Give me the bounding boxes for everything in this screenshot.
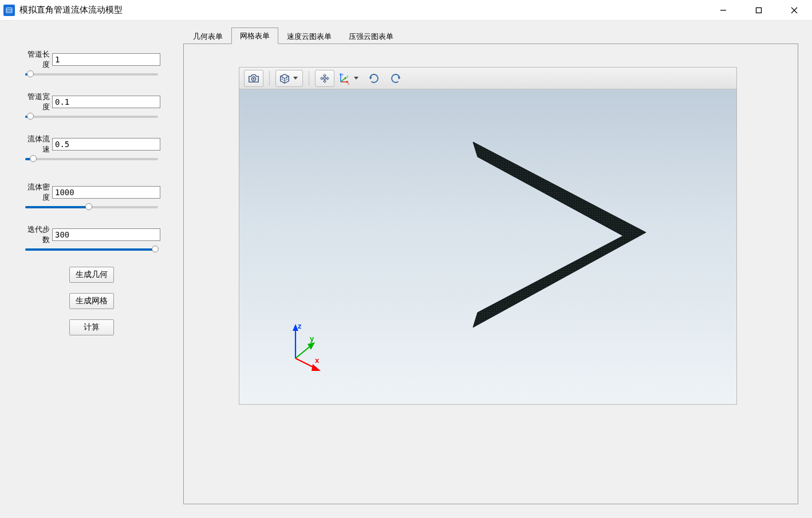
rotate-cw-icon xyxy=(367,72,381,85)
param-input-length[interactable] xyxy=(52,53,160,66)
maximize-button[interactable] xyxy=(741,0,776,21)
axis-x-label: x xyxy=(315,356,320,365)
titlebar: 模拟直角管道流体流动模型 xyxy=(0,0,812,21)
tab-pressure[interactable]: 压强云图表单 xyxy=(340,28,402,44)
param-slider-length[interactable] xyxy=(25,73,160,76)
svg-text:y: y xyxy=(346,74,349,78)
window-title: 模拟直角管道流体流动模型 xyxy=(19,5,123,15)
view-cube-button[interactable] xyxy=(275,70,303,87)
svg-rect-0 xyxy=(6,7,12,12)
axis-menu-button[interactable]: z x y xyxy=(337,70,362,87)
axis-z-label: z xyxy=(298,322,302,330)
close-button[interactable] xyxy=(776,0,812,21)
move-icon xyxy=(319,73,330,84)
generate-geometry-button[interactable]: 生成几何 xyxy=(69,267,114,283)
tab-geometry[interactable]: 几何表单 xyxy=(184,28,231,44)
chevron-down-icon xyxy=(293,77,298,80)
viewport-3d[interactable]: z x y xyxy=(239,67,737,405)
param-label-width: 管道宽度 xyxy=(23,92,52,112)
camera-icon xyxy=(247,73,260,84)
rotate-ccw-button[interactable] xyxy=(386,70,405,87)
svg-marker-26 xyxy=(308,342,315,350)
compute-button[interactable]: 计算 xyxy=(69,319,114,335)
viewport-toolbar: z x y xyxy=(239,68,736,89)
param-input-velocity[interactable] xyxy=(52,138,160,151)
svg-rect-4 xyxy=(756,7,762,13)
param-slider-density[interactable] xyxy=(25,206,160,208)
param-label-iterations: 迭代步数 xyxy=(23,224,52,245)
cube-icon xyxy=(278,72,291,85)
param-input-density[interactable] xyxy=(52,186,160,199)
param-slider-velocity[interactable] xyxy=(25,158,160,160)
svg-point-8 xyxy=(253,78,255,80)
tab-row: 几何表单 网格表单 速度云图表单 压强云图表单 xyxy=(183,27,798,44)
param-slider-width[interactable] xyxy=(25,116,160,118)
tab-mesh[interactable]: 网格表单 xyxy=(231,27,278,44)
param-label-density: 流体密度 xyxy=(23,182,52,203)
param-input-iterations[interactable] xyxy=(52,228,160,241)
axis-y-label: y xyxy=(310,334,314,343)
tab-panel: z x y xyxy=(183,44,798,504)
screenshot-button[interactable] xyxy=(244,70,263,87)
rotate-ccw-icon xyxy=(389,72,403,85)
param-input-width[interactable] xyxy=(52,96,160,108)
mesh-geometry xyxy=(468,142,657,331)
rotate-cw-button[interactable] xyxy=(364,70,384,87)
svg-text:z: z xyxy=(342,72,344,76)
svg-marker-28 xyxy=(312,364,321,371)
param-label-velocity: 流体流速 xyxy=(23,134,52,155)
param-label-length: 管道长度 xyxy=(23,49,52,70)
chevron-down-icon xyxy=(354,77,358,80)
generate-mesh-button[interactable]: 生成网格 xyxy=(69,293,114,309)
axis-triad: z y x xyxy=(278,318,336,375)
content-area: 几何表单 网格表单 速度云图表单 压强云图表单 xyxy=(183,21,812,518)
app-icon xyxy=(3,5,15,16)
minimize-button[interactable] xyxy=(705,0,741,21)
pan-button[interactable] xyxy=(315,70,334,87)
svg-marker-22 xyxy=(473,142,646,327)
param-slider-iterations[interactable] xyxy=(25,248,160,251)
tab-velocity[interactable]: 速度云图表单 xyxy=(278,28,340,44)
svg-line-15 xyxy=(341,78,346,82)
svg-line-25 xyxy=(295,345,312,358)
svg-text:x: x xyxy=(348,82,349,85)
sidebar: 管道长度 管道宽度 流体流速 流体密度 迭代步数 xyxy=(0,21,183,518)
axis-icon: z x y xyxy=(337,72,352,85)
